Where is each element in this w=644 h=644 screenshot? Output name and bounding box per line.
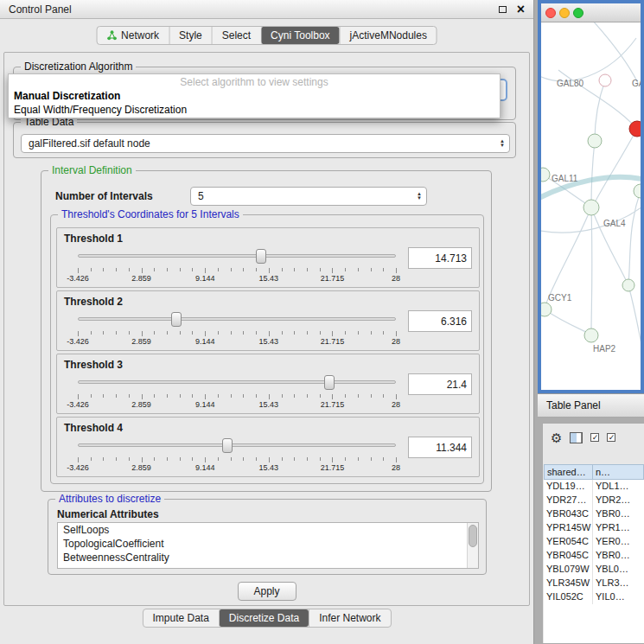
- tick-mark: [103, 457, 104, 461]
- table-cell[interactable]: YBR043C: [544, 507, 593, 521]
- threshold-value-1[interactable]: 14.713: [408, 247, 472, 269]
- table-row[interactable]: YIL052CYIL0…: [544, 590, 644, 604]
- table-cell[interactable]: YLR3…: [593, 577, 644, 590]
- interval-definition-group: Interval Definition Number of Intervals …: [41, 170, 492, 492]
- threshold-value-4[interactable]: 11.344: [408, 437, 472, 458]
- column-header-1[interactable]: shared…: [544, 464, 593, 480]
- network-node[interactable]: [622, 279, 634, 291]
- minimize-traffic-light-icon[interactable]: [559, 8, 570, 18]
- scale-label: 28: [392, 337, 400, 346]
- table-cell[interactable]: YLR345W: [544, 577, 593, 590]
- table-row[interactable]: YBL079WYBL0…: [544, 563, 644, 577]
- tick-mark: [116, 268, 117, 271]
- threshold-value-2[interactable]: 6.316: [408, 310, 472, 332]
- network-icon: [106, 30, 117, 41]
- tab-jactivemnodules[interactable]: jActiveMNodules: [340, 27, 437, 44]
- tick-mark: [154, 331, 155, 335]
- control-panel-titlebar: Control Panel ×: [0, 0, 533, 19]
- table-cell[interactable]: YBR045C: [544, 549, 593, 563]
- threshold-slider-3[interactable]: -3.4262.8599.14415.4321.71528: [78, 373, 396, 411]
- slider-handle-1[interactable]: [256, 249, 266, 264]
- split-columns-icon[interactable]: [570, 432, 583, 443]
- threshold-value-3[interactable]: 21.4: [408, 373, 472, 395]
- table-cell[interactable]: YBR0…: [593, 549, 644, 563]
- table-cell[interactable]: YPR145W: [544, 521, 593, 535]
- slider-track: [78, 380, 396, 384]
- tick-mark: [231, 331, 232, 335]
- table-cell[interactable]: YBR0…: [593, 507, 644, 521]
- table-cell[interactable]: YDL19…: [544, 480, 593, 494]
- tick-mark: [396, 394, 397, 399]
- table-cell[interactable]: YER054C: [544, 535, 593, 549]
- zoom-traffic-light-icon[interactable]: [573, 8, 583, 18]
- table-cell[interactable]: YDR2…: [593, 494, 644, 507]
- slider-handle-3[interactable]: [324, 375, 335, 390]
- threshold-slider-4[interactable]: -3.4262.8599.14415.4321.71528: [78, 437, 396, 475]
- attribute-item-betweennesscentrality[interactable]: BetweennessCentrality: [58, 551, 478, 564]
- algorithm-option-manual-discretization[interactable]: Manual Discretization: [9, 89, 500, 103]
- tick-mark: [371, 268, 372, 271]
- apply-button[interactable]: Apply: [237, 582, 296, 601]
- table-cell[interactable]: YPR1…: [593, 521, 644, 535]
- select-none-checkbox-icon[interactable]: ✓: [607, 433, 615, 442]
- slider-handle-4[interactable]: [222, 438, 233, 453]
- network-node[interactable]: [541, 303, 552, 316]
- table-cell[interactable]: YIL0…: [593, 590, 644, 604]
- network-node[interactable]: [588, 134, 602, 148]
- network-node-outline[interactable]: [599, 74, 611, 86]
- close-traffic-light-icon[interactable]: [545, 8, 556, 18]
- threshold-slider-1[interactable]: -3.4262.8599.14415.4321.71528: [78, 247, 396, 285]
- attribute-item-selfloops[interactable]: SelfLoops: [58, 523, 478, 537]
- tab-style[interactable]: Style: [169, 27, 212, 44]
- table-panel-header: Table Panel: [538, 393, 644, 418]
- tick-mark: [167, 268, 168, 271]
- close-icon[interactable]: ×: [517, 3, 525, 16]
- table-cell[interactable]: YDL1…: [593, 480, 644, 494]
- table-cell[interactable]: YDR27…: [544, 494, 593, 507]
- tick-mark: [218, 331, 219, 335]
- tab-network[interactable]: Network: [97, 27, 169, 44]
- table-row[interactable]: YER054CYER0…: [544, 535, 644, 549]
- network-node[interactable]: [634, 184, 641, 198]
- tab-impute-data[interactable]: Impute Data: [143, 609, 218, 627]
- scrollbar-thumb[interactable]: [469, 525, 477, 547]
- network-node[interactable]: [583, 200, 599, 215]
- settings-gear-icon[interactable]: ⚙: [551, 431, 562, 444]
- attribute-item-topologicalcoefficient[interactable]: TopologicalCoefficient: [58, 537, 478, 551]
- tab-cyni-toolbox[interactable]: Cyni Toolbox: [260, 27, 339, 44]
- table-row[interactable]: YDR27…YDR2…: [544, 494, 644, 507]
- network-node-selected[interactable]: [629, 121, 641, 137]
- table-cell[interactable]: YIL052C: [544, 590, 593, 604]
- scale-label: 15.43: [259, 274, 279, 283]
- tab-select[interactable]: Select: [212, 27, 260, 44]
- table-data-combo[interactable]: galFiltered.sif default node ▲▼: [21, 134, 510, 153]
- tab-discretize-data[interactable]: Discretize Data: [219, 609, 309, 627]
- column-header-2[interactable]: n…: [593, 464, 644, 480]
- table-cell[interactable]: YBL079W: [544, 563, 593, 577]
- threshold-slider-2[interactable]: -3.4262.8599.14415.4321.71528: [78, 310, 396, 348]
- tab-infer-network[interactable]: Infer Network: [309, 609, 390, 627]
- tick-mark: [180, 394, 181, 398]
- tick-mark: [142, 394, 143, 399]
- network-node[interactable]: [584, 328, 598, 342]
- network-node[interactable]: [541, 168, 550, 182]
- table-cell[interactable]: YBL0…: [593, 563, 644, 577]
- table-row[interactable]: YPR145WYPR1…: [544, 521, 644, 535]
- table-cell[interactable]: YER0…: [593, 535, 644, 549]
- table-row[interactable]: YBR043CYBR0…: [544, 507, 644, 521]
- scale-label: 2.859: [131, 463, 151, 472]
- network-canvas[interactable]: GAL80GAGAL11GAL4GCY1HAP2: [541, 22, 641, 390]
- algorithm-option-equal-width-frequency-discretization[interactable]: Equal Width/Frequency Discretization: [9, 103, 500, 117]
- scale-label: 21.715: [321, 463, 345, 472]
- tick-mark: [192, 394, 193, 398]
- tick-mark: [332, 457, 333, 462]
- table-row[interactable]: YLR345WYLR3…: [544, 577, 644, 590]
- slider-handle-2[interactable]: [171, 312, 182, 327]
- number-of-intervals-combo[interactable]: 5 ▲▼: [190, 187, 427, 206]
- table-row[interactable]: YDL19…YDL1…: [544, 480, 644, 494]
- list-scrollbar[interactable]: [467, 523, 478, 568]
- float-window-icon[interactable]: [499, 6, 507, 13]
- table-row[interactable]: YBR045CYBR0…: [544, 549, 644, 563]
- select-all-checkbox-icon[interactable]: ✓: [590, 433, 599, 442]
- tick-mark: [269, 394, 270, 399]
